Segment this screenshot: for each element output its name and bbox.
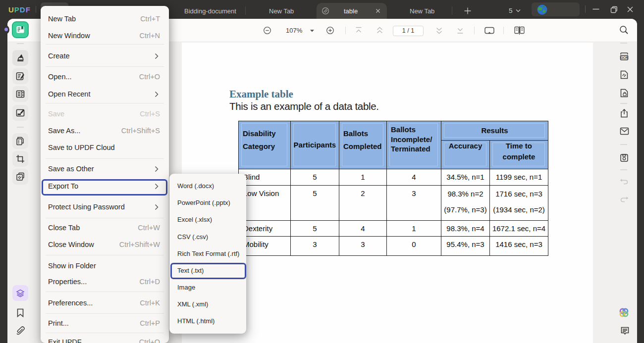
svg-text:OCR: OCR: [621, 56, 628, 59]
